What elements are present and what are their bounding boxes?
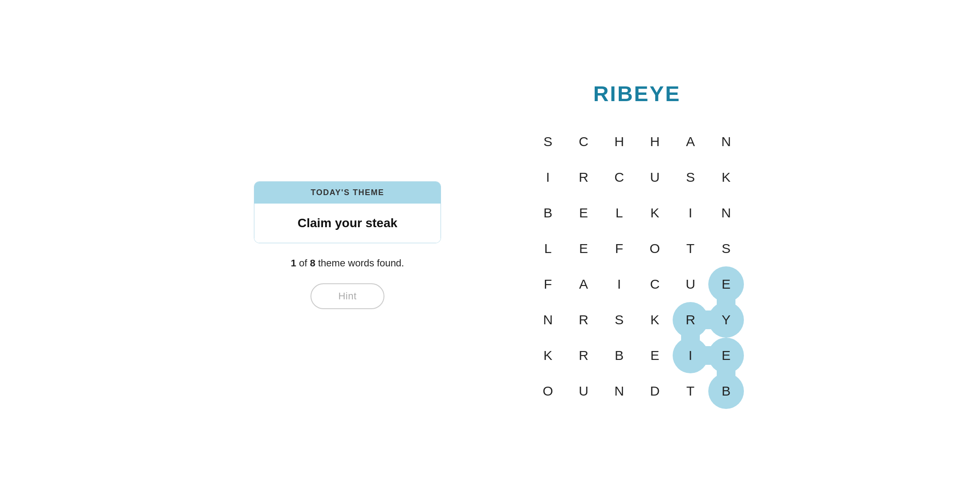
grid-cell[interactable]: R (566, 338, 601, 373)
grid-cell[interactable]: H (601, 124, 637, 159)
grid-cell[interactable]: K (530, 338, 566, 373)
puzzle-title: RIBEYE (593, 82, 681, 106)
grid-cell[interactable]: U (566, 373, 601, 409)
grid-cell[interactable]: S (601, 302, 637, 338)
grid-cell[interactable]: I (530, 159, 566, 195)
words-found-of: of (299, 257, 307, 269)
grid-cell[interactable]: O (530, 373, 566, 409)
grid-cell[interactable]: Y (708, 302, 744, 338)
grid-cell[interactable]: C (566, 124, 601, 159)
grid-cell[interactable]: F (601, 231, 637, 266)
grid-cell[interactable]: R (566, 302, 601, 338)
grid-cell[interactable]: N (601, 373, 637, 409)
grid-cell[interactable]: C (637, 266, 673, 302)
grid-cell[interactable]: I (673, 338, 708, 373)
words-found-total: 8 (310, 257, 315, 269)
grid-cell[interactable]: D (637, 373, 673, 409)
word-grid[interactable]: SCHHANIRCUSKBELKINLEFOTSFAICUENRSKRYKRBE… (530, 124, 744, 409)
hint-button[interactable]: Hint (310, 283, 384, 309)
grid-cell[interactable]: K (637, 195, 673, 231)
grid-cell[interactable]: U (673, 266, 708, 302)
grid-cell[interactable]: E (708, 338, 744, 373)
grid-cell[interactable]: E (637, 338, 673, 373)
theme-header: TODAY'S THEME (254, 182, 441, 204)
grid-cell[interactable]: N (708, 195, 744, 231)
grid-cell[interactable]: R (673, 302, 708, 338)
grid-cell[interactable]: L (601, 195, 637, 231)
grid-cell[interactable]: T (673, 231, 708, 266)
words-found-text: 1 of 8 theme words found. (291, 257, 404, 269)
words-found-count: 1 (291, 257, 296, 269)
grid-cell[interactable]: I (673, 195, 708, 231)
grid-cell[interactable]: S (708, 231, 744, 266)
grid-cell[interactable]: F (530, 266, 566, 302)
theme-body: Claim your steak (254, 204, 441, 243)
words-found-suffix: theme words found. (318, 257, 404, 269)
grid-cell[interactable]: A (673, 124, 708, 159)
grid-cell[interactable]: K (708, 159, 744, 195)
grid-cell[interactable]: T (673, 373, 708, 409)
grid-cell[interactable]: R (566, 159, 601, 195)
grid-cell[interactable]: U (637, 159, 673, 195)
grid-cell[interactable]: C (601, 159, 637, 195)
grid-cell[interactable]: E (566, 195, 601, 231)
grid-cell[interactable]: B (530, 195, 566, 231)
grid-cell[interactable]: N (530, 302, 566, 338)
grid-container: SCHHANIRCUSKBELKINLEFOTSFAICUENRSKRYKRBE… (530, 124, 744, 409)
grid-cell[interactable]: E (708, 266, 744, 302)
main-container: TODAY'S THEME Claim your steak 1 of 8 th… (0, 0, 980, 490)
grid-cell[interactable]: O (637, 231, 673, 266)
grid-cell[interactable]: A (566, 266, 601, 302)
grid-cell[interactable]: E (566, 231, 601, 266)
grid-cell[interactable]: H (637, 124, 673, 159)
grid-cell[interactable]: B (601, 338, 637, 373)
grid-cell[interactable]: S (673, 159, 708, 195)
theme-card: TODAY'S THEME Claim your steak (254, 181, 441, 243)
left-panel: TODAY'S THEME Claim your steak 1 of 8 th… (236, 181, 459, 309)
grid-cell[interactable]: N (708, 124, 744, 159)
grid-cell[interactable]: L (530, 231, 566, 266)
grid-cell[interactable]: K (637, 302, 673, 338)
grid-cell[interactable]: I (601, 266, 637, 302)
right-panel: RIBEYE SCHHANIRCUSKBELKINLEFOTSFAICUENRS… (530, 82, 744, 409)
grid-cell[interactable]: S (530, 124, 566, 159)
grid-cell[interactable]: B (708, 373, 744, 409)
